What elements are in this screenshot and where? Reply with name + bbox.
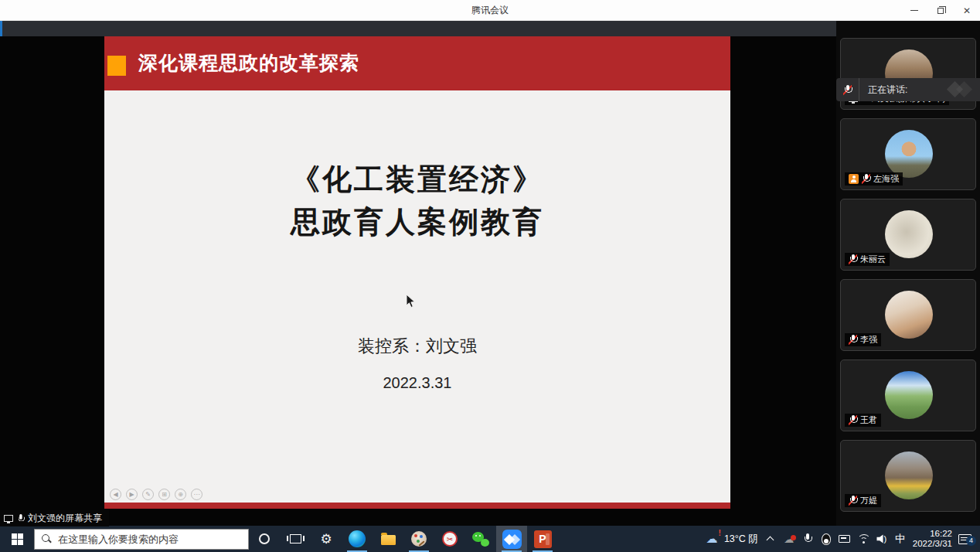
speaking-toast: 正在讲话:	[836, 78, 980, 101]
minimize-icon	[910, 10, 918, 11]
pen-tool-button[interactable]: ✎	[142, 489, 154, 500]
slide-main-title: 《化工装置经济》 思政育人案例教育	[104, 158, 730, 244]
weather-widget[interactable]: ☁ !	[706, 526, 718, 552]
share-pill-label: 刘文强的屏幕共享	[28, 512, 102, 525]
meeting-logo-watermark	[946, 78, 980, 101]
notification-center-button[interactable]: 4	[958, 526, 971, 552]
mic-icon	[803, 533, 812, 544]
scissors-icon: ✂	[442, 531, 458, 547]
slide-date: 2022.3.31	[104, 374, 730, 392]
prev-slide-button[interactable]: ◀	[110, 489, 121, 500]
slide-accent-square	[107, 56, 126, 76]
tray-overflow-button[interactable]	[764, 526, 777, 552]
muted-mic-icon	[849, 335, 857, 345]
presentation-slide: 深化课程思政的改革探索 《化工装置经济》 思政育人案例教育 装控系：刘文强 20…	[104, 36, 730, 509]
shared-screen-top-strip	[0, 21, 836, 36]
qq-tray-icon[interactable]	[820, 526, 832, 552]
restore-button[interactable]	[927, 0, 954, 21]
taskbar-app-powerpoint[interactable]: P	[527, 526, 558, 552]
participant-tile-zhuliyun[interactable]: 朱丽云	[840, 199, 976, 271]
speaking-label: 正在讲话:	[868, 83, 946, 97]
window-titlebar: 腾讯会议 ✕	[0, 0, 980, 21]
cortana-button[interactable]	[249, 526, 280, 552]
taskbar-clock[interactable]: 16:22 2022/3/31	[913, 526, 952, 552]
participant-label: 朱丽云	[845, 253, 890, 266]
next-slide-button[interactable]: ▶	[126, 489, 138, 500]
task-view-icon	[290, 534, 301, 543]
wechat-icon	[472, 532, 489, 547]
muted-mic-icon	[843, 85, 852, 95]
taskbar-app-meeting[interactable]	[496, 526, 527, 552]
zoom-slide-button[interactable]: ⊕	[175, 489, 186, 500]
mic-on-icon	[17, 514, 24, 523]
powerpoint-icon: P	[534, 530, 552, 548]
close-button[interactable]: ✕	[954, 0, 980, 21]
muted-mic-icon	[862, 174, 870, 184]
speaker-wave: )	[883, 534, 886, 543]
taskbar-app-snip[interactable]: ✂	[434, 526, 465, 552]
notification-icon: 4	[958, 534, 971, 544]
ime-indicator[interactable]: 中	[894, 526, 907, 552]
settings-button[interactable]: ⚙	[311, 526, 342, 552]
screen-share-icon	[4, 515, 13, 522]
presenter-toolbar: ◀ ▶ ✎ ⊞ ⊕ ⋯	[110, 489, 202, 500]
all-slides-button[interactable]: ⊞	[158, 489, 170, 500]
participant-tile-wanti[interactable]: 万媞	[840, 440, 976, 512]
taskbar-app-paint[interactable]	[403, 526, 434, 552]
slide-author: 装控系：刘文强	[104, 335, 730, 358]
weather-text[interactable]: 13°C 阴	[724, 526, 758, 552]
muted-mic-icon	[849, 254, 857, 264]
gear-icon: ⚙	[320, 531, 332, 547]
tencent-meeting-icon	[502, 530, 522, 549]
participant-tile-liqiang[interactable]: 李强	[840, 279, 976, 351]
device-card-icon	[839, 535, 850, 543]
search-input[interactable]	[58, 533, 232, 545]
volume-tray-icon[interactable]: )	[876, 526, 888, 552]
slide-header-title: 深化课程思政的改革探索	[138, 50, 359, 76]
qq-penguin-icon	[822, 533, 831, 545]
notification-count-badge: 4	[966, 536, 976, 546]
chevron-up-icon	[767, 537, 774, 544]
taskbar-app-wechat[interactable]	[465, 526, 496, 552]
participant-label: 王君	[845, 414, 881, 427]
taskbar-app-explorer[interactable]	[373, 526, 403, 552]
taskbar-app-edge[interactable]	[342, 526, 373, 552]
avatar	[885, 371, 933, 419]
cloud-error-icon: ☁	[784, 533, 794, 545]
participant-tile-wangjun[interactable]: 王君	[840, 359, 976, 431]
taskbar-search[interactable]	[34, 529, 249, 550]
device-tray-icon[interactable]	[839, 526, 851, 552]
edge-icon	[349, 530, 366, 547]
more-options-button[interactable]: ⋯	[191, 489, 202, 500]
participant-name: 王君	[860, 414, 877, 426]
participant-name: 李强	[860, 334, 877, 346]
start-button[interactable]	[0, 526, 34, 552]
windows-logo-icon	[12, 533, 23, 545]
microphone-tray-icon[interactable]	[801, 526, 814, 552]
clock-time: 16:22	[913, 529, 952, 539]
slide-footer-band	[104, 503, 730, 509]
cloud-sync-tray-icon[interactable]: ☁	[783, 526, 795, 552]
minimize-button[interactable]	[901, 0, 927, 21]
avatar	[885, 291, 933, 339]
avatar	[885, 451, 933, 499]
search-icon	[42, 534, 52, 544]
participant-tile-zuohaiqiang[interactable]: 左海强	[840, 118, 976, 190]
participant-label: 李强	[845, 333, 881, 346]
window-title: 腾讯会议	[471, 4, 509, 17]
folder-icon	[381, 535, 396, 545]
clock-date: 2022/3/31	[913, 539, 952, 549]
participant-label: 左海强	[845, 172, 903, 186]
weather-cloud-icon: ☁	[706, 532, 717, 546]
paint-palette-icon	[411, 531, 427, 547]
network-tray-icon[interactable]	[857, 526, 869, 552]
mouse-cursor	[406, 294, 416, 308]
slide-title-line2: 思政育人案例教育	[104, 201, 730, 244]
screen-share-pill[interactable]: 刘文强的屏幕共享	[0, 510, 109, 526]
window-accent-edge	[0, 21, 2, 36]
avatar	[885, 130, 933, 178]
windows-taskbar: ⚙ ✂ P ☁ ! 13°C 阴	[0, 526, 980, 552]
participant-name: 左海强	[873, 173, 899, 185]
muted-mic-icon	[849, 496, 857, 506]
task-view-button[interactable]	[280, 526, 311, 552]
